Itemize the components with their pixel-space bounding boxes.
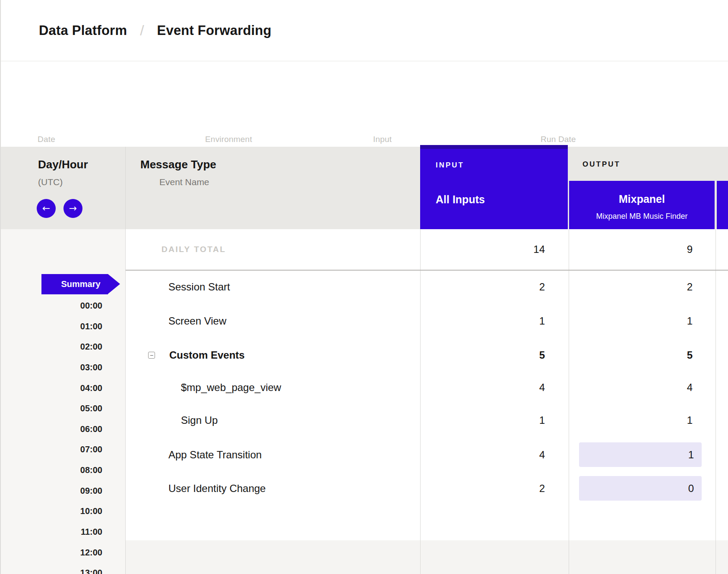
event-name-subtitle: Event Name [159,177,209,187]
hour-row[interactable]: 03:00 [1,360,102,375]
hour-row[interactable]: 02:00 [1,339,102,354]
input-filter-label: Input [373,135,392,144]
breadcrumb-section[interactable]: Data Platform [39,23,127,38]
highlighted-output-cell: 1 [579,442,702,467]
input-column-accent-strip [420,145,568,149]
column-divider [715,229,716,574]
input-column-header: INPUT All Inputs [420,149,568,229]
table-row-input-value: 5 [420,347,545,363]
hour-row[interactable]: 09:00 [1,483,102,498]
table-row-input-value: 1 [420,413,545,428]
hour-row[interactable]: 13:00 [1,565,102,574]
output-column-partial [717,181,728,229]
input-column-name: All Inputs [436,193,485,206]
message-type-header: Message Type [140,158,216,171]
daily-total-label: DAILY TOTAL [161,242,226,257]
filter-bar: Date 08/08/2025 Environment Development … [1,61,728,147]
page-title: Event Forwarding [157,23,272,38]
table-row-label: Screen View [168,313,226,329]
summary-row-badge[interactable]: Summary [41,274,108,294]
table-row-label: Custom Events [169,347,245,363]
table-row-input-value: 1 [420,313,545,329]
previous-day-button[interactable]: ← [37,199,56,218]
table-row-input-value: 2 [420,481,545,496]
column-divider [125,147,126,574]
table-row-label: App State Transition [168,447,262,463]
table-row-label: $mp_web_page_view [181,380,281,395]
output-connector-subtitle: Mixpanel MB Music Finder [569,212,715,221]
left-arrow-icon: ← [42,204,50,213]
hour-row[interactable]: 12:00 [1,545,102,560]
daily-total-input-value: 14 [420,242,545,257]
daily-total-output-value: 9 [569,242,693,257]
event-forwarding-page: Data Platform / Event Forwarding Date 08… [0,0,728,574]
run-date-label: Run Date [541,135,576,144]
day-hour-subtitle: (UTC) [38,177,63,187]
day-hour-header: Day/Hour [38,158,88,171]
highlighted-output-cell: 0 [579,476,702,501]
breadcrumb-separator: / [140,22,144,39]
next-day-button[interactable]: → [63,199,82,218]
summary-label: Summary [41,274,120,294]
table-footer-area [126,540,728,574]
right-arrow-icon: → [69,204,77,213]
table-row-output-value: 5 [569,347,693,363]
table-row-label: Session Start [168,279,230,295]
output-mixpanel-header[interactable]: Mixpanel Mixpanel MB Music Finder [569,181,715,229]
hour-row[interactable]: 05:00 [1,401,102,416]
hour-row[interactable]: 11:00 [1,524,102,539]
environment-filter-label: Environment [205,135,252,144]
date-filter-label: Date [38,135,55,144]
hour-row[interactable]: 06:00 [1,421,102,437]
table-row-label: Sign Up [181,413,218,428]
table-row-output-value: 1 [569,313,693,329]
hour-row[interactable]: 04:00 [1,380,102,396]
output-section-title: OUTPUT [582,160,620,169]
collapse-icon[interactable]: − [148,352,155,359]
table-row-input-value: 2 [420,279,545,295]
hour-row[interactable]: 01:00 [1,319,102,334]
table-row-label: User Identity Change [168,481,266,496]
output-connector-name: Mixpanel [569,193,715,205]
table-row-input-value: 4 [420,380,545,395]
breadcrumb: Data Platform / Event Forwarding [1,0,728,61]
hour-row[interactable]: 08:00 [1,462,102,478]
hour-row[interactable]: 07:00 [1,442,102,457]
input-column-title: INPUT [436,161,464,170]
hour-row[interactable]: 00:00 [1,298,102,313]
daily-total-divider [126,270,728,271]
table-row-output-value: 4 [569,380,693,395]
table-row-output-value: 2 [569,279,693,295]
hour-row[interactable]: 10:00 [1,503,102,519]
table-row-input-value: 4 [420,447,545,463]
table-row-output-value: 1 [569,413,693,428]
